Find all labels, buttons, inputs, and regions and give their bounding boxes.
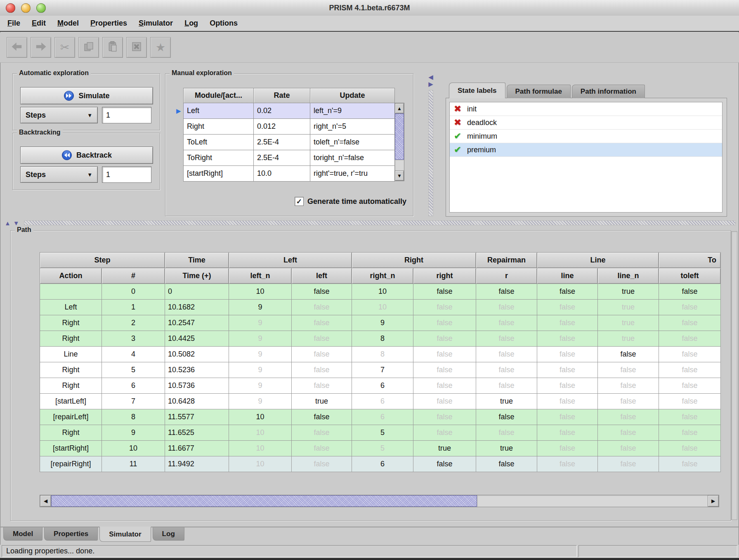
simulate-button[interactable]: Simulate: [20, 87, 153, 104]
path-cell-right_n[interactable]: 5: [352, 425, 413, 441]
path-cell-action[interactable]: Right: [40, 331, 102, 347]
path-cell-step[interactable]: 0: [102, 284, 165, 300]
path-cell-left_n[interactable]: 9: [229, 394, 292, 409]
path-cell-action[interactable]: Right: [40, 378, 102, 394]
path-cell-line[interactable]: false: [537, 441, 598, 456]
path-cell-toleft[interactable]: false: [659, 409, 721, 425]
path-cell-line[interactable]: false: [537, 409, 598, 425]
path-cell-left[interactable]: false: [292, 362, 352, 378]
path-cell-left_n[interactable]: 10: [229, 441, 292, 456]
simulate-steps-input[interactable]: 1: [102, 107, 151, 123]
view-tab-log[interactable]: Log: [153, 527, 184, 541]
path-cell-line_n[interactable]: false: [598, 456, 659, 472]
menu-model[interactable]: Model: [52, 19, 85, 28]
path-cell-left_n[interactable]: 10: [229, 456, 292, 472]
view-tab-model[interactable]: Model: [3, 527, 42, 541]
path-group-header-left[interactable]: Left: [229, 253, 352, 268]
toolbar-back-button[interactable]: [7, 37, 27, 58]
path-cell-left[interactable]: false: [292, 441, 352, 456]
scrollbar-track[interactable]: [395, 160, 404, 170]
path-cell-left_n[interactable]: 9: [229, 331, 292, 347]
path-group-header-repairman[interactable]: Repairman: [476, 253, 537, 268]
toolbar-cut-button[interactable]: ✂: [54, 37, 75, 58]
path-cell-line[interactable]: false: [537, 347, 598, 362]
path-cell-time[interactable]: 10.5736: [165, 378, 229, 394]
tab-path-formulae[interactable]: Path formulae: [507, 85, 571, 98]
scrollbar-thumb[interactable]: [51, 495, 477, 507]
transition-row[interactable]: ToRight2.5E-4toright_n'=false: [184, 150, 395, 166]
path-cell-left[interactable]: false: [292, 300, 352, 315]
path-cell-right_n[interactable]: 6: [352, 394, 413, 409]
toolbar-star-button[interactable]: ★: [150, 37, 171, 58]
toolbar-delete-button[interactable]: [126, 37, 147, 58]
path-cell-toleft[interactable]: false: [659, 284, 721, 300]
path-cell-step[interactable]: 10: [102, 441, 165, 456]
path-cell-left_n[interactable]: 9: [229, 362, 292, 378]
path-cell-right_n[interactable]: 9: [352, 315, 413, 331]
path-group-header-time[interactable]: Time: [165, 253, 229, 268]
scroll-left-button[interactable]: ◀: [40, 495, 51, 507]
path-cell-time[interactable]: 11.9492: [165, 456, 229, 472]
toolbar-copy-button[interactable]: [78, 37, 99, 58]
path-cell-line_n[interactable]: false: [598, 378, 659, 394]
path-cell-action[interactable]: Right: [40, 362, 102, 378]
menu-edit[interactable]: Edit: [26, 19, 52, 28]
path-cell-left[interactable]: false: [292, 347, 352, 362]
path-cell-left[interactable]: false: [292, 331, 352, 347]
path-cell-toleft[interactable]: false: [659, 378, 721, 394]
state-label-row[interactable]: ✖deadlock: [450, 116, 722, 130]
path-cell-time[interactable]: 11.6677: [165, 441, 229, 456]
path-cell-r[interactable]: false: [476, 425, 537, 441]
path-cell-line[interactable]: false: [537, 362, 598, 378]
path-cell-time[interactable]: 10.4425: [165, 331, 229, 347]
path-group-header-right[interactable]: Right: [352, 253, 476, 268]
tab-state-labels[interactable]: State labels: [449, 83, 505, 98]
path-column-header-r[interactable]: r: [476, 268, 537, 284]
toolbar-paste-button[interactable]: [102, 37, 123, 58]
path-cell-time[interactable]: 10.5082: [165, 347, 229, 362]
path-cell-toleft[interactable]: false: [659, 425, 721, 441]
path-cell-r[interactable]: false: [476, 378, 537, 394]
path-cell-r[interactable]: true: [476, 394, 537, 409]
column-header-moduleact[interactable]: Module/[act...: [184, 88, 254, 103]
path-cell-left_n[interactable]: 10: [229, 284, 292, 300]
path-cell-left_n[interactable]: 9: [229, 378, 292, 394]
path-cell-time[interactable]: 0: [165, 284, 229, 300]
path-cell-action[interactable]: Right: [40, 425, 102, 441]
path-cell-action[interactable]: [startLeft]: [40, 394, 102, 409]
scroll-down-button[interactable]: ▼: [395, 170, 404, 181]
path-cell-right_n[interactable]: 6: [352, 378, 413, 394]
path-cell-r[interactable]: false: [476, 284, 537, 300]
menu-file[interactable]: File: [2, 19, 26, 28]
path-cell-right[interactable]: false: [413, 331, 476, 347]
transition-row[interactable]: [startRight]10.0right'=true, r'=tru: [184, 166, 395, 182]
path-cell-left_n[interactable]: 9: [229, 315, 292, 331]
path-cell-right_n[interactable]: 6: [352, 409, 413, 425]
path-cell-right[interactable]: true: [413, 441, 476, 456]
path-cell-left[interactable]: false: [292, 284, 352, 300]
state-label-row[interactable]: ✔premium: [450, 143, 722, 157]
path-cell-time[interactable]: 11.5577: [165, 409, 229, 425]
path-cell-step[interactable]: 9: [102, 425, 165, 441]
menu-options[interactable]: Options: [204, 19, 243, 28]
path-cell-right_n[interactable]: 7: [352, 362, 413, 378]
path-cell-action[interactable]: [repairRight]: [40, 456, 102, 472]
path-cell-step[interactable]: 8: [102, 409, 165, 425]
path-cell-line_n[interactable]: true: [598, 284, 659, 300]
tab-path-information[interactable]: Path information: [572, 85, 645, 98]
view-tab-properties[interactable]: Properties: [44, 527, 98, 541]
path-cell-r[interactable]: false: [476, 315, 537, 331]
column-header-rate[interactable]: Rate: [254, 88, 310, 103]
path-cell-right[interactable]: false: [413, 378, 476, 394]
path-cell-r[interactable]: true: [476, 441, 537, 456]
path-column-header-toleft[interactable]: toleft: [659, 268, 721, 284]
path-cell-right[interactable]: false: [413, 284, 476, 300]
path-cell-time[interactable]: 10.6428: [165, 394, 229, 409]
scrollbar-track[interactable]: [477, 495, 708, 507]
state-label-row[interactable]: ✖init: [450, 102, 722, 116]
generate-time-checkbox[interactable]: ✓: [295, 197, 304, 206]
path-cell-left[interactable]: false: [292, 378, 352, 394]
path-cell-left_n[interactable]: 9: [229, 300, 292, 315]
path-cell-line_n[interactable]: false: [598, 441, 659, 456]
path-cell-right_n[interactable]: 10: [352, 284, 413, 300]
